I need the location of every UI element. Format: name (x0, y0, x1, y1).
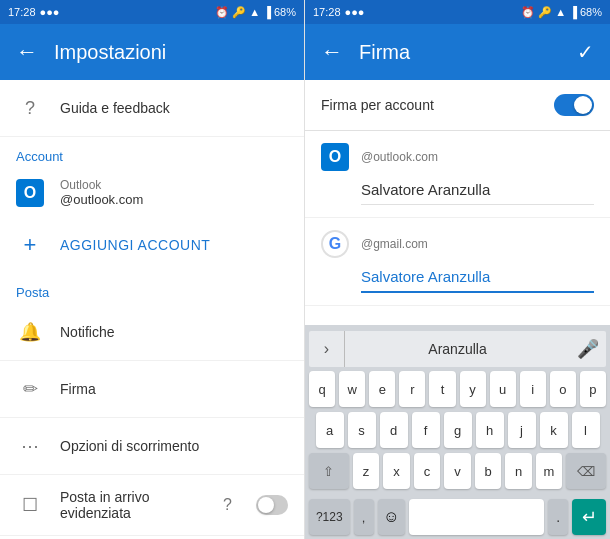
key-d[interactable]: d (380, 412, 408, 448)
inbox-icon: ☐ (16, 491, 44, 519)
key-z[interactable]: z (353, 453, 380, 489)
key-y[interactable]: y (460, 371, 486, 407)
keyboard-row-3: ⇧ z x c v b n m ⌫ (309, 453, 606, 489)
keyboard: › Aranzulla 🎤 q w e r t y u i o p a s (305, 325, 610, 539)
key-f[interactable]: f (412, 412, 440, 448)
key-n[interactable]: n (505, 453, 532, 489)
firma-item[interactable]: ✏ Firma (0, 361, 304, 418)
backspace-key[interactable]: ⌫ (566, 453, 606, 489)
key-q[interactable]: q (309, 371, 335, 407)
status-bar-time-left: 17:28 ●●● (8, 6, 59, 18)
top-bar-left: ← Impostazioni (0, 24, 304, 80)
key-g[interactable]: g (444, 412, 472, 448)
key-k[interactable]: k (540, 412, 568, 448)
battery-right: 68% (580, 6, 602, 18)
gmail-firma-header: G @gmail.com (321, 230, 594, 258)
top-bar-right: ← Firma ✓ (305, 24, 610, 80)
key-l[interactable]: l (572, 412, 600, 448)
key-p[interactable]: p (580, 371, 606, 407)
scroll-icon: ⋯ (16, 432, 44, 460)
mic-icon[interactable]: 🎤 (570, 331, 606, 367)
time-left: 17:28 (8, 6, 36, 18)
signal-icon-r: ▐ (569, 6, 577, 18)
keyboard-suggestion[interactable]: Aranzulla (345, 341, 570, 357)
firma-toggle-row: Firma per account (305, 80, 610, 131)
inbox-label: Posta in arrivo evidenziata (60, 489, 207, 521)
key-x[interactable]: x (383, 453, 410, 489)
left-panel: 17:28 ●●● ⏰ 🔑 ▲ ▐ 68% ← Impostazioni ? G… (0, 0, 305, 539)
key-j[interactable]: j (508, 412, 536, 448)
outlook-domain: @outlook.com (60, 192, 143, 207)
scroll-options-item[interactable]: ⋯ Opzioni di scorrimento (0, 418, 304, 475)
key-h[interactable]: h (476, 412, 504, 448)
space-key[interactable] (409, 499, 544, 535)
emoji-key[interactable]: ☺ (378, 499, 405, 535)
back-button-left[interactable]: ← (16, 39, 38, 65)
key-i[interactable]: i (520, 371, 546, 407)
key-w[interactable]: w (339, 371, 365, 407)
key-o[interactable]: o (550, 371, 576, 407)
outlook-account-item[interactable]: O Outlook @outlook.com (0, 168, 304, 217)
status-time-right: 17:28 ●●● (313, 6, 364, 18)
status-bar-left: 17:28 ●●● ⏰ 🔑 ▲ ▐ 68% (0, 0, 304, 24)
keyboard-row-2: a s d f g h j k l (309, 412, 606, 448)
signal-icons-right: ●●● (345, 6, 365, 18)
firma-label: Firma (60, 381, 96, 397)
key-u[interactable]: u (490, 371, 516, 407)
notification-icon: 🔔 (16, 318, 44, 346)
settings-list: ? Guida e feedback Account O Outlook @ou… (0, 80, 304, 539)
key-r[interactable]: r (399, 371, 425, 407)
gmail-firma-block: G @gmail.com (305, 218, 610, 306)
scroll-label: Opzioni di scorrimento (60, 438, 199, 454)
alarm-icon-r: ⏰ (521, 6, 535, 19)
back-button-right[interactable]: ← (321, 39, 343, 65)
gmail-firma-input[interactable] (361, 262, 594, 293)
inbox-help-icon[interactable]: ? (223, 496, 232, 514)
firma-content: Firma per account O @outlook.com G @gmai… (305, 80, 610, 325)
outlook-firma-block: O @outlook.com (305, 131, 610, 218)
alarm-icon: ⏰ (215, 6, 229, 19)
notifiche-label: Notifiche (60, 324, 114, 340)
key-s[interactable]: s (348, 412, 376, 448)
outlook-firma-header: O @outlook.com (321, 143, 594, 171)
outlook-account-info: Outlook @outlook.com (60, 178, 143, 207)
keyboard-row-1: q w e r t y u i o p (309, 371, 606, 407)
battery-left: 68% (274, 6, 296, 18)
outlook-firma-input[interactable] (361, 175, 594, 205)
shift-key[interactable]: ⇧ (309, 453, 349, 489)
key-t[interactable]: t (429, 371, 455, 407)
chevron-button[interactable]: › (309, 331, 345, 367)
help-item[interactable]: ? Guida e feedback (0, 80, 304, 137)
checkmark-button[interactable]: ✓ (577, 40, 594, 64)
comma-key[interactable]: , (354, 499, 374, 535)
help-label: Guida e feedback (60, 100, 170, 116)
notifiche-item[interactable]: 🔔 Notifiche (0, 304, 304, 361)
outlook-icon: O (16, 179, 44, 207)
firma-toggle[interactable] (554, 94, 594, 116)
signal-icons-left: ●●● (40, 6, 60, 18)
firma-icon: ✏ (16, 375, 44, 403)
add-account-label: AGGIUNGI ACCOUNT (60, 237, 210, 253)
key-m[interactable]: m (536, 453, 563, 489)
status-bar-right-left: ⏰ 🔑 ▲ ▐ 68% (215, 6, 296, 19)
google-firma-icon: G (321, 230, 349, 258)
inbox-highlighted-item[interactable]: ☐ Posta in arrivo evidenziata ? (0, 475, 304, 536)
signal-icon: ▐ (263, 6, 271, 18)
num-key[interactable]: ?123 (309, 499, 350, 535)
inbox-toggle[interactable] (256, 495, 288, 515)
key-b[interactable]: b (475, 453, 502, 489)
outlook-firma-domain: @outlook.com (361, 150, 438, 164)
keyboard-row-4: ?123 , ☺ . ↵ (309, 499, 606, 535)
help-icon: ? (16, 94, 44, 122)
key-v[interactable]: v (444, 453, 471, 489)
enter-key[interactable]: ↵ (572, 499, 606, 535)
page-title-right: Firma (359, 41, 561, 64)
posta-section-header: Posta (0, 273, 304, 304)
key-a[interactable]: a (316, 412, 344, 448)
add-account-item[interactable]: + AGGIUNGI ACCOUNT (0, 217, 304, 273)
firma-toggle-label: Firma per account (321, 97, 434, 113)
key-e[interactable]: e (369, 371, 395, 407)
period-key[interactable]: . (548, 499, 568, 535)
account-section-header: Account (0, 137, 304, 168)
key-c[interactable]: c (414, 453, 441, 489)
